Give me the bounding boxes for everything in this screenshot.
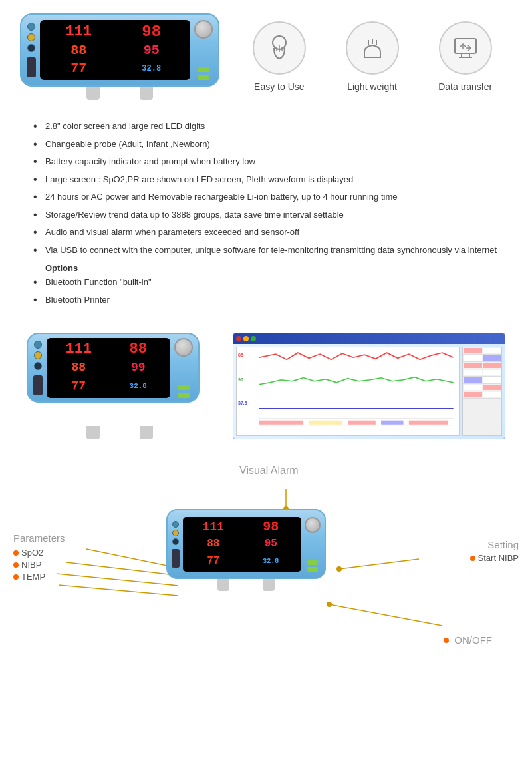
mid-map: 88 xyxy=(49,359,108,377)
mid-btn-yellow xyxy=(34,351,42,359)
lm-spo2: 98 xyxy=(243,519,300,536)
stand-right xyxy=(140,87,153,100)
svg-line-20 xyxy=(339,559,419,569)
svg-rect-8 xyxy=(259,421,303,425)
bullets-section: 2.8" color screen and large red LED digi… xyxy=(0,106,532,319)
svg-line-18 xyxy=(57,574,178,586)
mid-sys: 111 xyxy=(49,341,108,359)
onoff-label-text: ON/OFF xyxy=(444,634,492,646)
svg-rect-10 xyxy=(348,421,376,425)
lm-btn-yellow xyxy=(172,530,179,536)
mid-nav-knob[interactable] xyxy=(174,338,193,357)
temp-value: 32.8 xyxy=(116,60,188,78)
lm-pr: 95 xyxy=(243,536,300,552)
option-1: Bluetooth Function "built-in" xyxy=(33,276,499,289)
lm-sys: 111 xyxy=(185,519,242,536)
chart-waves-svg xyxy=(237,347,459,435)
param-dot-temp xyxy=(13,574,19,580)
sw-content: 86 96 37.5 xyxy=(233,344,505,439)
bullet-4: Large screen : SpO2,PR are shown on LED … xyxy=(33,173,499,186)
sw-close-btn xyxy=(236,336,241,341)
lm-green-btn-1[interactable] xyxy=(307,560,318,565)
lm-map: 88 xyxy=(185,536,242,552)
button-yellow xyxy=(27,33,35,41)
param-nibp: NIBP xyxy=(13,560,65,570)
lm-green-btn-2[interactable] xyxy=(307,567,318,572)
monitor-stand xyxy=(86,87,153,100)
monitor-screen: 111 98 88 95 77 32.8 xyxy=(40,20,190,80)
options-list: Bluetooth Function "built-in" Bluetooth … xyxy=(33,276,499,306)
lm-connector xyxy=(172,549,180,568)
button-blue xyxy=(27,23,35,31)
mid-spo2: 88 xyxy=(109,341,168,359)
svg-line-22 xyxy=(329,604,442,626)
mid-green-btn-2[interactable] xyxy=(178,393,190,398)
bullet-8: Via USB to connect with the computer, un… xyxy=(33,244,499,257)
lm-btn-blue xyxy=(172,521,179,528)
features-icons: Easy to Use Light weight xyxy=(233,21,512,92)
sw-max-btn xyxy=(251,336,256,341)
setting-title: Setting xyxy=(470,539,519,550)
green-btn-2[interactable] xyxy=(198,75,209,80)
mid-stand-right xyxy=(140,426,153,439)
bullet-1: 2.8" color screen and large red LED digi… xyxy=(33,120,499,133)
bullet-5: 24 hours or AC power and Removable recha… xyxy=(33,190,499,204)
device-image-top: 111 98 88 95 77 32.8 xyxy=(20,13,219,100)
svg-line-19 xyxy=(59,585,178,596)
light-weight-label: Light weight xyxy=(347,81,397,92)
mid-pr: 99 xyxy=(109,359,168,377)
feature-data-transfer: Data transfer xyxy=(438,21,492,92)
button-dark xyxy=(27,44,35,52)
diagram-device: 111 98 88 95 77 32.8 xyxy=(166,509,326,591)
parameters-title: Parameters xyxy=(13,532,65,544)
middle-images-section: 111 88 88 99 77 32.8 xyxy=(0,319,532,453)
green-btn-1[interactable] xyxy=(198,67,209,72)
mid-monitor-screen: 111 88 88 99 77 32.8 xyxy=(47,338,170,398)
param-spo2: SpO2 xyxy=(13,548,65,558)
lm-dia: 77 xyxy=(185,553,242,570)
start-nibp: Start NIBP xyxy=(470,553,519,563)
sw-table xyxy=(462,347,502,436)
lm-screen: 111 98 88 95 77 32.8 xyxy=(183,517,301,572)
nav-knob[interactable] xyxy=(194,20,213,39)
features-list: 2.8" color screen and large red LED digi… xyxy=(33,120,499,256)
lm-stand-left xyxy=(217,579,229,591)
diagram-section: Visual Alarm Parameters SpO2 NIBP TEMP 1 xyxy=(0,453,532,666)
device-image-mid: 111 88 88 99 77 32.8 xyxy=(27,333,213,439)
lm-nav-knob[interactable] xyxy=(305,517,321,533)
mid-btn-dark xyxy=(34,362,42,370)
parameters-section: Parameters SpO2 NIBP TEMP xyxy=(13,532,65,584)
mid-stand-left xyxy=(86,426,100,439)
bullet-6: Storage/Review trend data up to 3888 gro… xyxy=(33,208,499,222)
touch-icon xyxy=(265,33,294,63)
param-dot-spo2 xyxy=(13,550,19,556)
mid-btn-blue xyxy=(34,341,42,349)
mid-connector xyxy=(33,375,43,395)
connector xyxy=(27,57,36,77)
hand-lift-icon xyxy=(358,33,387,63)
sw-chart: 86 96 37.5 xyxy=(236,347,460,436)
svg-rect-9 xyxy=(309,421,342,425)
bullet-2: Changeable probe (Adult, Infant ,Newborn… xyxy=(33,138,499,151)
stand-left xyxy=(86,87,100,100)
data-transfer-label: Data transfer xyxy=(438,81,492,92)
pr-value: 95 xyxy=(116,41,188,59)
option-2: Bluetooth Printer xyxy=(33,293,499,307)
param-temp: TEMP xyxy=(13,572,65,582)
top-section: 111 98 88 95 77 32.8 xyxy=(0,0,532,106)
light-weight-icon-circle xyxy=(346,21,399,75)
spo2-value: 98 xyxy=(116,23,188,41)
monitor-transfer-icon xyxy=(451,33,480,63)
onoff-section: ON/OFF xyxy=(444,634,492,646)
sw-title-bar xyxy=(233,333,505,344)
bullet-3: Battery capacity indicator and prompt wh… xyxy=(33,155,499,168)
lm-stand-right xyxy=(263,579,275,591)
mid-green-btn-1[interactable] xyxy=(178,385,190,390)
mid-temp: 32.8 xyxy=(109,377,168,395)
setting-dot xyxy=(470,556,475,561)
svg-point-21 xyxy=(336,566,342,572)
dia-value: 77 xyxy=(43,60,115,78)
onoff-dot xyxy=(444,638,449,643)
easy-to-use-icon-circle xyxy=(253,21,306,75)
mid-monitor-stand xyxy=(86,426,153,439)
